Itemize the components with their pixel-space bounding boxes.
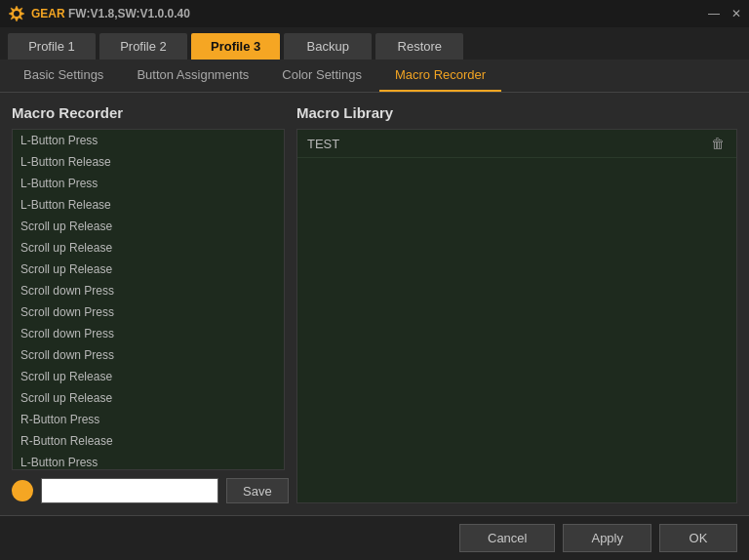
macro-list-item[interactable]: Scroll down Press bbox=[13, 323, 284, 344]
titlebar: GEAR FW:V1.8,SW:V1.0.0.40 — ✕ bbox=[0, 0, 749, 27]
macro-list-item[interactable]: Scroll down Press bbox=[13, 280, 284, 301]
macro-list-item[interactable]: Scroll up Release bbox=[13, 366, 284, 387]
macro-list-item[interactable]: R-Button Press bbox=[13, 409, 284, 430]
tab-color-settings[interactable]: Color Settings bbox=[266, 60, 377, 92]
macro-list-item[interactable]: Scroll up Release bbox=[13, 216, 284, 237]
macro-library-container[interactable]: TEST🗑 bbox=[296, 129, 737, 503]
library-item-name: TEST bbox=[307, 137, 339, 151]
macro-list-item[interactable]: L-Button Press bbox=[13, 173, 284, 194]
macro-list-item[interactable]: L-Button Release bbox=[13, 151, 284, 173]
macro-list-item[interactable]: Scroll up Release bbox=[13, 387, 284, 409]
delete-library-item-button[interactable]: 🗑 bbox=[709, 136, 727, 151]
main-content: Macro Recorder L-Button PressL-Button Re… bbox=[0, 93, 749, 515]
right-panel: Macro Library TEST🗑 bbox=[296, 104, 737, 503]
app: GEAR FW:V1.8,SW:V1.0.0.40 — ✕ Profile 1 … bbox=[0, 0, 749, 560]
gear-icon bbox=[8, 5, 25, 22]
macro-list-item[interactable]: R-Button Release bbox=[13, 430, 284, 452]
left-panel: Macro Recorder L-Button PressL-Button Re… bbox=[12, 104, 285, 503]
tab-macro-recorder[interactable]: Macro Recorder bbox=[379, 60, 501, 92]
profile-tabs: Profile 1 Profile 2 Profile 3 Backup Res… bbox=[0, 27, 749, 60]
tab-basic-settings[interactable]: Basic Settings bbox=[8, 60, 119, 92]
macro-name-input[interactable] bbox=[41, 478, 218, 503]
save-bar: Save bbox=[12, 478, 285, 503]
macro-list-item[interactable]: L-Button Press bbox=[13, 130, 284, 151]
profile-tab-1[interactable]: Profile 1 bbox=[8, 33, 96, 60]
profile-tab-3[interactable]: Profile 3 bbox=[191, 33, 280, 60]
apply-button[interactable]: Apply bbox=[563, 524, 651, 552]
macro-list-item[interactable]: Scroll up Release bbox=[13, 259, 284, 280]
macro-library-title: Macro Library bbox=[296, 104, 737, 121]
minimize-button[interactable]: — bbox=[708, 7, 720, 20]
macro-list-item[interactable]: L-Button Press bbox=[13, 452, 284, 470]
record-button[interactable] bbox=[12, 480, 33, 501]
macro-list-item[interactable]: Scroll up Release bbox=[13, 237, 284, 259]
titlebar-title: GEAR FW:V1.8,SW:V1.0.0.40 bbox=[31, 7, 190, 20]
profile-tab-restore[interactable]: Restore bbox=[375, 33, 463, 60]
svg-point-1 bbox=[14, 11, 20, 17]
cancel-button[interactable]: Cancel bbox=[459, 524, 555, 552]
macro-list-item[interactable]: Scroll down Press bbox=[13, 344, 284, 366]
titlebar-controls: — ✕ bbox=[708, 7, 741, 20]
macro-recorder-title: Macro Recorder bbox=[12, 104, 285, 121]
tab-button-assignments[interactable]: Button Assignments bbox=[121, 60, 264, 92]
save-button[interactable]: Save bbox=[226, 478, 289, 503]
bottom-bar: Cancel Apply OK bbox=[0, 515, 749, 560]
profile-tab-2[interactable]: Profile 2 bbox=[99, 33, 187, 60]
ok-button[interactable]: OK bbox=[659, 524, 737, 552]
macro-list-container[interactable]: L-Button PressL-Button ReleaseL-Button P… bbox=[12, 129, 285, 470]
macro-list-item[interactable]: L-Button Release bbox=[13, 194, 284, 216]
titlebar-logo: GEAR FW:V1.8,SW:V1.0.0.40 bbox=[8, 5, 190, 22]
macro-list-item[interactable]: Scroll down Press bbox=[13, 301, 284, 323]
sub-tabs: Basic Settings Button Assignments Color … bbox=[0, 60, 749, 93]
library-item[interactable]: TEST🗑 bbox=[297, 130, 736, 158]
profile-tab-backup[interactable]: Backup bbox=[284, 33, 372, 60]
close-button[interactable]: ✕ bbox=[731, 7, 741, 20]
